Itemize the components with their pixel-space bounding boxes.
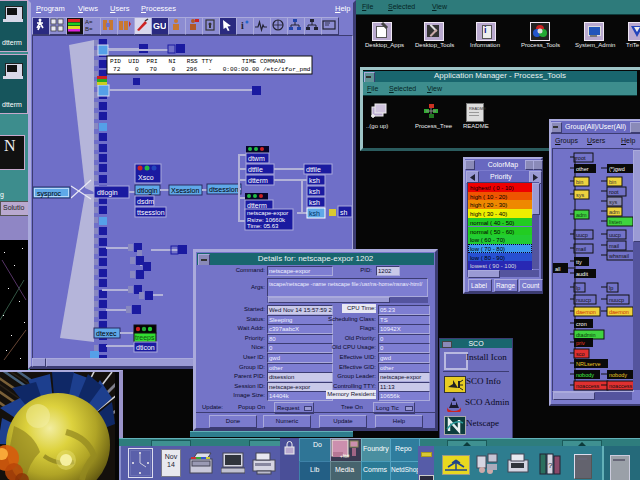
svg-text:Time: 05.63: Time: 05.63 xyxy=(247,223,279,229)
svg-text:whsmail: whsmail xyxy=(608,253,629,259)
svg-text:Xsco: Xsco xyxy=(138,174,154,181)
svg-text:dsdm: dsdm xyxy=(137,198,154,205)
svg-text:bin: bin xyxy=(609,179,616,185)
svg-text:uucp: uucp xyxy=(576,232,588,238)
svg-text:(*)gwd: (*)gwd xyxy=(609,166,625,172)
svg-text:ksh: ksh xyxy=(309,188,320,195)
svg-text:nobody: nobody xyxy=(609,372,627,378)
svg-text:dtfile: dtfile xyxy=(248,166,263,173)
svg-text:listen: listen xyxy=(609,219,622,225)
svg-text:i: i xyxy=(241,20,244,31)
svg-text:ksh: ksh xyxy=(309,177,320,184)
svg-text:mail: mail xyxy=(576,246,586,252)
svg-text:dtterm: dtterm xyxy=(248,177,268,184)
svg-text:sco: sco xyxy=(576,351,585,357)
svg-text:dtexec: dtexec xyxy=(96,330,117,337)
svg-text:mail: mail xyxy=(609,243,619,249)
svg-text:lp: lp xyxy=(609,285,613,291)
svg-text:GU: GU xyxy=(153,21,166,31)
svg-text:nobody: nobody xyxy=(576,372,594,378)
svg-text:lp: lp xyxy=(576,285,580,291)
svg-text:?: ? xyxy=(548,461,553,470)
svg-text:netscape-expor: netscape-expor xyxy=(247,210,288,216)
svg-text:PID UID PRI NI RSS TTY: PID UID PRI NI RSS TTY TIME COMMAND xyxy=(110,58,286,65)
svg-text:sys: sys xyxy=(576,192,585,198)
svg-text:dtwm: dtwm xyxy=(248,155,265,162)
svg-text:root: root xyxy=(609,189,619,195)
svg-text:sysproc: sysproc xyxy=(37,190,62,198)
svg-text:+%#: +%# xyxy=(340,454,350,459)
svg-text:sys: sys xyxy=(609,199,618,205)
svg-text:priv: priv xyxy=(576,340,585,346)
svg-text:other: other xyxy=(576,166,589,172)
svg-text:Xsession: Xsession xyxy=(171,187,200,194)
svg-text:daemon: daemon xyxy=(576,309,596,315)
svg-text:dtterm: dtterm xyxy=(247,202,267,209)
svg-text:ttsession: ttsession xyxy=(137,209,165,216)
svg-text:audit: audit xyxy=(576,271,588,277)
svg-text:dtlogin: dtlogin xyxy=(97,189,118,197)
svg-text:ksh: ksh xyxy=(309,199,320,206)
svg-text:dticon: dticon xyxy=(136,344,155,351)
svg-text:dtlogin: dtlogin xyxy=(137,187,158,195)
svg-text:dtadmin: dtadmin xyxy=(576,332,596,338)
svg-text:NRLserve: NRLserve xyxy=(576,361,600,367)
svg-text:daemon: daemon xyxy=(609,309,629,315)
svg-text:adm: adm xyxy=(576,212,587,218)
svg-text:dtsession: dtsession xyxy=(209,186,239,193)
svg-text:dtfile: dtfile xyxy=(306,166,321,173)
svg-text:treeps: treeps xyxy=(135,334,155,342)
svg-text:noaccess: noaccess xyxy=(609,383,632,389)
svg-text:tty: tty xyxy=(576,259,582,265)
svg-text:cron: cron xyxy=(576,321,587,327)
svg-text:sh: sh xyxy=(340,209,348,216)
svg-text:B=: B= xyxy=(85,26,93,32)
svg-text:72 0 70 0 296 -: 72 0 70 0 296 - 0:00:00.00 /etc/ifor_pmd xyxy=(113,66,311,73)
svg-text:ksh: ksh xyxy=(309,210,320,217)
svg-text:nuucp: nuucp xyxy=(576,297,591,303)
svg-text:noaccess: noaccess xyxy=(576,383,599,389)
svg-text:all: all xyxy=(555,266,561,272)
svg-text:bin: bin xyxy=(576,179,583,185)
svg-text:root: root xyxy=(576,155,586,161)
svg-text:nuucp: nuucp xyxy=(609,297,624,303)
svg-text:uucp: uucp xyxy=(609,232,621,238)
svg-text:adm: adm xyxy=(609,209,620,215)
svg-text:A=: A= xyxy=(85,19,93,25)
